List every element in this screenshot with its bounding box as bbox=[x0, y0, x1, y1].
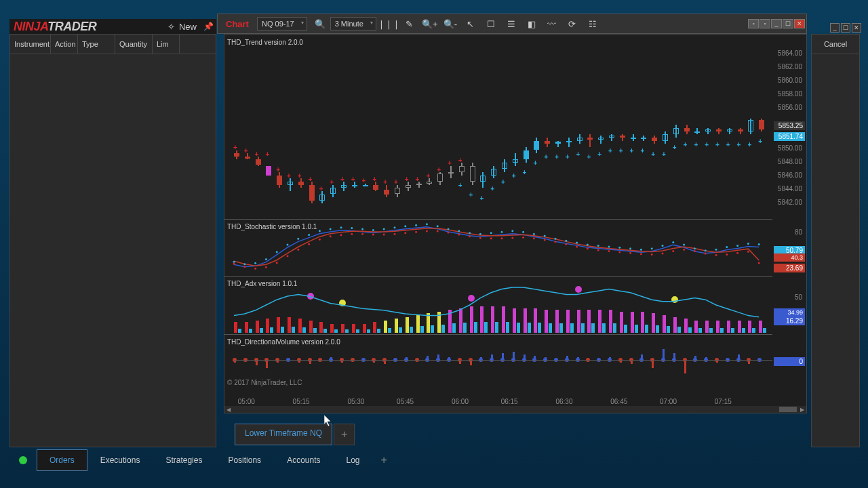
snapshot-icon[interactable]: ☐ bbox=[481, 16, 500, 31]
new-button[interactable]: ✧ New bbox=[163, 22, 201, 32]
indicators-icon[interactable]: 〰 bbox=[542, 16, 561, 31]
svg-point-23 bbox=[479, 233, 481, 235]
outer-min-button[interactable]: _ bbox=[830, 23, 840, 33]
xtick: 06:00 bbox=[452, 398, 469, 405]
svg-point-64 bbox=[383, 233, 385, 235]
svg-point-7 bbox=[308, 234, 310, 236]
cancel-header[interactable]: Cancel bbox=[812, 35, 859, 54]
orders-col-type[interactable]: Type bbox=[78, 35, 115, 54]
win-max-button[interactable]: ☐ bbox=[783, 19, 793, 28]
tab-add[interactable]: + bbox=[373, 449, 395, 472]
svg-point-92 bbox=[683, 249, 685, 251]
zoom-in-icon[interactable]: 🔍+ bbox=[420, 16, 439, 31]
adx-v1-tag: 34.99 bbox=[774, 308, 805, 317]
svg-point-34 bbox=[597, 245, 599, 247]
svg-point-86 bbox=[618, 251, 620, 253]
scroll-thumb[interactable] bbox=[779, 407, 797, 412]
stoch-d-tag: 23.69 bbox=[774, 264, 805, 272]
svg-point-56 bbox=[297, 249, 299, 251]
data-box-icon[interactable]: ☰ bbox=[502, 16, 521, 31]
svg-point-41 bbox=[672, 241, 674, 243]
svg-point-82 bbox=[576, 245, 578, 247]
search-icon[interactable]: 🔍 bbox=[311, 16, 330, 31]
win-close-button[interactable]: ✕ bbox=[794, 19, 805, 28]
chart-scrollbar[interactable]: ◀ ▶ bbox=[224, 406, 806, 413]
tab-log[interactable]: Log bbox=[333, 449, 372, 471]
svg-point-35 bbox=[608, 245, 610, 247]
chart-tab-add[interactable]: + bbox=[334, 424, 355, 445]
ytick: 5848.00 bbox=[772, 158, 802, 165]
svg-point-17 bbox=[415, 224, 417, 226]
ytick: 5856.00 bbox=[772, 104, 802, 111]
xtick: 07:15 bbox=[715, 398, 732, 405]
win-btn-2[interactable]: ▫ bbox=[760, 19, 770, 28]
bars-icon[interactable]: ❘❘❘ bbox=[380, 16, 399, 31]
svg-point-49 bbox=[758, 243, 760, 245]
tab-orders[interactable]: Orders bbox=[37, 449, 87, 471]
svg-point-6 bbox=[297, 238, 299, 240]
chart-canvas[interactable]: THD_Trend version 2.0.0 5864.00 5862.00 … bbox=[224, 34, 807, 413]
ytick: 5842.00 bbox=[772, 199, 802, 206]
orders-col-limit[interactable]: Lim bbox=[153, 35, 180, 54]
scroll-left-icon[interactable]: ◀ bbox=[224, 407, 233, 413]
orders-col-instrument[interactable]: Instrument bbox=[10, 35, 51, 54]
svg-point-77 bbox=[522, 237, 524, 239]
svg-point-33 bbox=[587, 244, 589, 246]
tab-executions[interactable]: Executions bbox=[87, 449, 153, 471]
orders-col-action[interactable]: Action bbox=[51, 35, 78, 54]
properties-icon[interactable]: ☷ bbox=[583, 16, 602, 31]
tab-positions[interactable]: Positions bbox=[215, 449, 274, 471]
svg-point-21 bbox=[458, 230, 460, 232]
scroll-right-icon[interactable]: ▶ bbox=[798, 407, 806, 413]
svg-point-93 bbox=[694, 250, 696, 252]
svg-point-40 bbox=[662, 245, 664, 247]
refresh-icon[interactable]: ⟳ bbox=[563, 16, 582, 31]
svg-point-65 bbox=[394, 233, 396, 235]
ytick: 5860.00 bbox=[772, 77, 802, 84]
chart-tab-lower-nq[interactable]: Lower Timeframe NQ bbox=[235, 424, 332, 445]
zoom-out-icon[interactable]: 🔍- bbox=[441, 16, 460, 31]
svg-point-22 bbox=[469, 232, 471, 234]
outer-max-button[interactable]: ☐ bbox=[841, 23, 850, 33]
svg-point-29 bbox=[544, 235, 546, 237]
svg-point-60 bbox=[340, 234, 342, 236]
svg-point-73 bbox=[479, 237, 481, 239]
adx-mid: 50 bbox=[772, 293, 802, 301]
xtick: 05:00 bbox=[238, 398, 255, 405]
instrument-dropdown[interactable]: NQ 09-17 bbox=[257, 17, 307, 30]
svg-point-63 bbox=[372, 233, 374, 235]
svg-point-85 bbox=[608, 250, 610, 252]
svg-point-69 bbox=[437, 230, 439, 232]
pin-icon[interactable]: 📌 bbox=[203, 22, 216, 31]
cursor-icon[interactable]: ↖ bbox=[461, 16, 480, 31]
svg-point-1 bbox=[243, 263, 245, 265]
svg-point-75 bbox=[501, 237, 503, 239]
svg-point-81 bbox=[565, 243, 567, 245]
svg-point-25 bbox=[501, 231, 503, 233]
win-min-button[interactable]: _ bbox=[771, 19, 782, 28]
ytick: 5862.00 bbox=[772, 63, 802, 70]
ytick: 5864.00 bbox=[772, 49, 802, 57]
copyright: © 2017 NinjaTrader, LLC bbox=[227, 379, 302, 386]
svg-point-91 bbox=[672, 250, 674, 252]
svg-point-80 bbox=[555, 241, 557, 243]
tab-strategies[interactable]: Strategies bbox=[153, 449, 215, 471]
draw-icon[interactable]: ✎ bbox=[400, 16, 419, 31]
orders-col-quantity[interactable]: Quantity bbox=[115, 35, 153, 54]
svg-point-51 bbox=[243, 266, 245, 268]
interval-dropdown[interactable]: 3 Minute bbox=[330, 17, 376, 30]
tab-accounts[interactable]: Accounts bbox=[274, 449, 333, 471]
svg-point-66 bbox=[404, 232, 406, 234]
win-btn-1[interactable]: ▫ bbox=[748, 19, 759, 28]
svg-point-0 bbox=[233, 261, 235, 263]
svg-point-8 bbox=[319, 230, 321, 232]
chart-trader-icon[interactable]: ◧ bbox=[522, 16, 541, 31]
xtick: 05:30 bbox=[347, 398, 364, 405]
svg-point-45 bbox=[715, 249, 717, 251]
outer-close-button[interactable]: ✕ bbox=[852, 23, 861, 33]
svg-point-9 bbox=[330, 228, 332, 230]
svg-point-2 bbox=[254, 262, 256, 264]
stoch-d2-tag: 40.3 bbox=[774, 253, 805, 262]
svg-point-31 bbox=[565, 240, 567, 242]
xtick: 07:00 bbox=[660, 398, 677, 405]
